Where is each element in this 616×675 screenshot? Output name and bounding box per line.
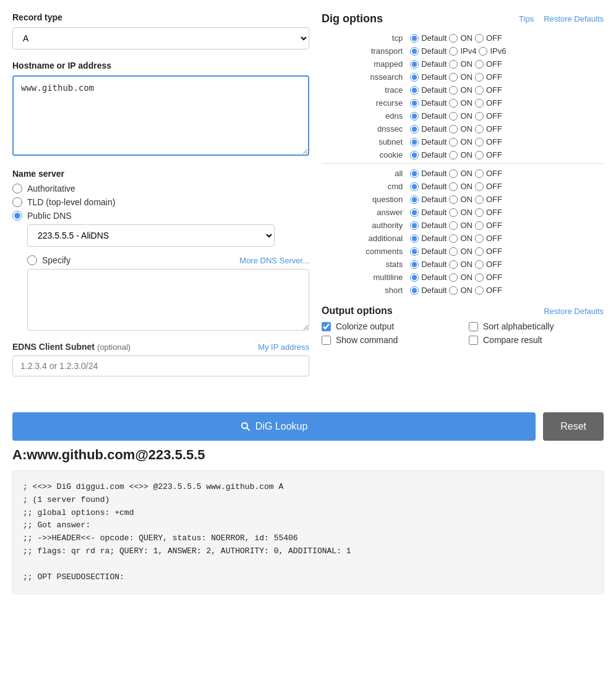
edns-on-radio[interactable] [449, 112, 458, 121]
specify-textarea[interactable] [27, 269, 309, 331]
comments-on-radio[interactable] [449, 247, 458, 256]
dnssec-on-radio[interactable] [449, 125, 458, 134]
option-row-answer: answer Default ON OFF [322, 206, 604, 219]
more-dns-link[interactable]: More DNS Server... [239, 256, 309, 265]
public-dns-select[interactable]: 223.5.5.5 - AliDNS 8.8.8.8 - Google 1.1.… [27, 224, 275, 247]
dig-options-table: tcp Default ON OFF transport Default [322, 32, 604, 297]
my-ip-link[interactable]: My IP address [258, 342, 309, 352]
dig-lookup-button[interactable]: DiG Lookup [12, 412, 536, 441]
option-row-multiline: multiline Default ON OFF [322, 271, 604, 284]
mapped-default-radio[interactable] [410, 60, 419, 69]
ns-public-option[interactable]: Public DNS [12, 211, 309, 221]
additional-on-radio[interactable] [449, 234, 458, 243]
colorize-checkbox[interactable] [322, 322, 331, 331]
compare-checkbox[interactable] [469, 336, 478, 345]
question-off-radio[interactable] [475, 195, 484, 204]
option-row-trace: trace Default ON OFF [322, 83, 604, 96]
option-row-cookie: cookie Default ON OFF [322, 148, 604, 164]
multiline-default-radio[interactable] [410, 273, 419, 282]
all-default-radio[interactable] [410, 169, 419, 178]
comments-default-radio[interactable] [410, 247, 419, 256]
show-command-checkbox[interactable] [322, 336, 331, 345]
short-on-radio[interactable] [449, 286, 458, 295]
subnet-on-radio[interactable] [449, 138, 458, 146]
answer-default-radio[interactable] [410, 208, 419, 217]
option-row-nssearch: nssearch Default ON OFF [322, 70, 604, 83]
cmd-default-radio[interactable] [410, 182, 419, 191]
answer-off-radio[interactable] [475, 208, 484, 217]
ns-tld-label: TLD (top-level domain) [27, 197, 115, 207]
sort-checkbox[interactable] [469, 322, 478, 331]
mapped-on-radio[interactable] [449, 60, 458, 69]
ns-tld-option[interactable]: TLD (top-level domain) [12, 197, 309, 207]
option-row-recurse: recurse Default ON OFF [322, 96, 604, 109]
authority-on-radio[interactable] [449, 221, 458, 230]
show-command-label: Show command [336, 335, 398, 345]
multiline-off-radio[interactable] [475, 273, 484, 282]
option-row-authority: authority Default ON OFF [322, 219, 604, 232]
cookie-default-radio[interactable] [410, 151, 419, 159]
dnssec-off-radio[interactable] [475, 125, 484, 134]
tcp-off-radio[interactable] [475, 34, 484, 43]
output-restore-defaults-link[interactable]: Restore Defaults [544, 307, 604, 316]
cookie-off-radio[interactable] [475, 151, 484, 159]
all-off-radio[interactable] [475, 169, 484, 178]
record-type-select[interactable]: A AAAA MX TXT CNAME NS PTR SOA SRV [12, 27, 309, 49]
subnet-off-radio[interactable] [475, 138, 484, 146]
transport-ipv6-radio[interactable] [479, 47, 487, 56]
search-icon [241, 422, 250, 431]
mapped-off-radio[interactable] [475, 60, 484, 69]
stats-off-radio[interactable] [475, 260, 484, 269]
question-default-radio[interactable] [410, 195, 419, 204]
sort-option[interactable]: Sort alphabetically [469, 321, 604, 331]
ns-specify-option[interactable]: Specify [27, 255, 71, 265]
hostname-label: Hostname or IP address [12, 61, 309, 70]
question-on-radio[interactable] [449, 195, 458, 204]
show-command-option[interactable]: Show command [322, 335, 456, 345]
recurse-default-radio[interactable] [410, 99, 419, 108]
colorize-option[interactable]: Colorize output [322, 321, 456, 331]
authority-default-radio[interactable] [410, 221, 419, 230]
short-default-radio[interactable] [410, 286, 419, 295]
hostname-input[interactable]: www.github.com [12, 75, 309, 156]
ns-authoritative-option[interactable]: Authoritative [12, 184, 309, 193]
subnet-default-radio[interactable] [410, 138, 419, 146]
trace-off-radio[interactable] [475, 86, 484, 95]
cmd-off-radio[interactable] [475, 182, 484, 191]
additional-off-radio[interactable] [475, 234, 484, 243]
recurse-on-radio[interactable] [449, 99, 458, 108]
comments-off-radio[interactable] [475, 247, 484, 256]
tips-link[interactable]: Tips [519, 14, 534, 23]
sort-label: Sort alphabetically [483, 321, 554, 331]
compare-option[interactable]: Compare result [469, 335, 604, 345]
nssearch-default-radio[interactable] [410, 73, 419, 82]
stats-default-radio[interactable] [410, 260, 419, 269]
additional-default-radio[interactable] [410, 234, 419, 243]
result-section: A:www.github.com@223.5.5.5 ; <<>> DiG di… [0, 441, 616, 606]
trace-on-radio[interactable] [449, 86, 458, 95]
short-off-radio[interactable] [475, 286, 484, 295]
trace-default-radio[interactable] [410, 86, 419, 95]
multiline-on-radio[interactable] [449, 273, 458, 282]
option-row-stats: stats Default ON OFF [322, 258, 604, 271]
nssearch-off-radio[interactable] [475, 73, 484, 82]
dnssec-default-radio[interactable] [410, 125, 419, 134]
transport-default-radio[interactable] [410, 47, 419, 56]
edns-default-radio[interactable] [410, 112, 419, 121]
recurse-off-radio[interactable] [475, 99, 484, 108]
tcp-default-radio[interactable] [410, 34, 419, 43]
transport-ipv4-radio[interactable] [449, 47, 458, 56]
edns-input[interactable] [12, 355, 309, 376]
cmd-on-radio[interactable] [449, 182, 458, 191]
all-on-radio[interactable] [449, 169, 458, 178]
reset-button[interactable]: Reset [543, 412, 604, 441]
answer-on-radio[interactable] [449, 208, 458, 217]
edns-off-radio[interactable] [475, 112, 484, 121]
tcp-on-radio[interactable] [449, 34, 458, 43]
cookie-on-radio[interactable] [449, 151, 458, 159]
stats-on-radio[interactable] [449, 260, 458, 269]
nssearch-on-radio[interactable] [449, 73, 458, 82]
restore-defaults-link[interactable]: Restore Defaults [544, 14, 604, 23]
authority-off-radio[interactable] [475, 221, 484, 230]
output-options-grid: Colorize output Sort alphabetically Show… [322, 321, 604, 345]
